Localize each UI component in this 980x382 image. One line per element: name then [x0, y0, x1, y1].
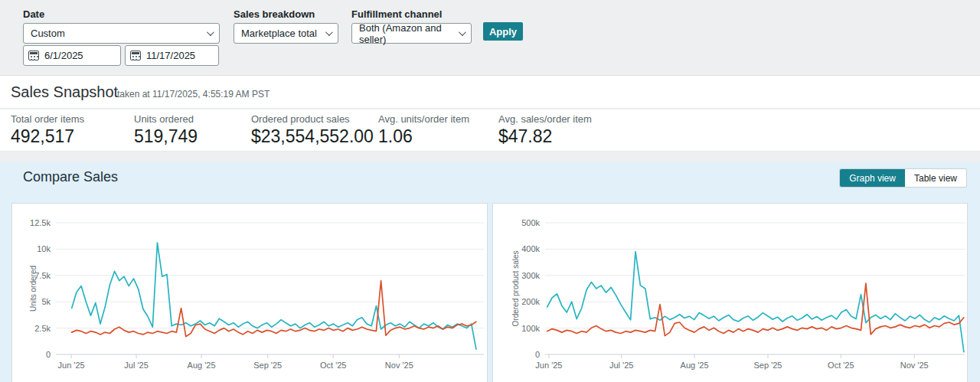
y-tick-label: 0	[46, 350, 51, 359]
y-tick-label: 400k	[521, 244, 540, 253]
y-axis-title: Ordered product sales	[511, 251, 520, 327]
x-tick-label: Oct '25	[828, 361, 854, 370]
end-date-input[interactable]	[146, 50, 211, 61]
metric-label: Avg. sales/order item	[498, 113, 592, 125]
y-tick-label: 2.5k	[34, 324, 51, 333]
x-tick-label: Aug '25	[188, 361, 216, 370]
metric-total-order-items: Total order items 492,517	[11, 113, 84, 147]
x-tick-label: Jul '25	[124, 361, 148, 370]
x-tick-label: Jul '25	[609, 361, 633, 370]
table-view-button[interactable]: Table view	[905, 169, 966, 187]
date-range-select[interactable]: Custom	[23, 23, 220, 44]
y-tick-label: 10k	[37, 244, 51, 253]
y-tick-label: 100k	[521, 324, 540, 333]
chevron-down-icon	[325, 28, 333, 36]
sales-snapshot-title: Sales Snapshot	[11, 83, 118, 101]
calendar-icon	[130, 51, 141, 60]
metric-value: 492,517	[11, 126, 84, 147]
units-ordered-chart-card: 02.5k5k7.5k10k12.5kJun '25Jul '25Aug '25…	[11, 203, 488, 382]
sales-breakdown-label: Sales breakdown	[234, 8, 315, 20]
metric-value: 1.06	[378, 126, 469, 147]
metric-label: Avg. units/order item	[378, 113, 469, 125]
end-date-field[interactable]	[125, 45, 219, 66]
snapshot-metrics-row: Total order items 492,517 Units ordered …	[0, 109, 980, 152]
metric-value: $23,554,552.00	[251, 126, 374, 147]
y-tick-label: 200k	[521, 297, 540, 306]
y-axis-title: Units ordered	[29, 266, 38, 312]
metric-units-ordered: Units ordered 519,749	[134, 113, 198, 147]
chevron-down-icon	[459, 28, 466, 36]
metric-label: Total order items	[11, 113, 84, 125]
view-toggle: Graph view Table view	[840, 169, 966, 187]
metric-value: $47.82	[498, 126, 592, 147]
metric-label: Ordered product sales	[251, 113, 374, 125]
compare-sales-section: Compare Sales Graph view Table view 02.5…	[0, 162, 980, 382]
snapshot-timestamp: taken at 11/17/2025, 4:55:19 AM PST	[117, 89, 270, 100]
start-date-field[interactable]	[23, 45, 121, 66]
ordered-product-sales-chart-card: 0100k200k300k400k500kJun '25Jul '25Aug '…	[492, 203, 968, 382]
fulfillment-channel-select[interactable]: Both (Amazon and seller)	[351, 23, 472, 44]
y-tick-label: 500k	[521, 218, 540, 227]
units-ordered-chart[interactable]: 02.5k5k7.5k10k12.5kJun '25Jul '25Aug '25…	[12, 204, 487, 382]
ordered-product-sales-chart[interactable]: 0100k200k300k400k500kJun '25Jul '25Aug '…	[493, 204, 967, 382]
fulfillment-channel-value: Both (Amazon and seller)	[359, 22, 452, 45]
sales-breakdown-select[interactable]: Marketplace total	[234, 23, 338, 44]
x-tick-label: Oct '25	[320, 361, 347, 370]
apply-button[interactable]: Apply	[483, 22, 523, 41]
y-tick-label: 300k	[521, 271, 540, 280]
filter-bar: Date Custom Sales breakdown Marketplace …	[0, 0, 980, 75]
graph-view-button[interactable]: Graph view	[840, 169, 905, 187]
x-tick-label: Nov '25	[385, 361, 413, 370]
metric-avg-units-order-item: Avg. units/order item 1.06	[378, 113, 469, 147]
y-tick-label: 0	[535, 350, 540, 359]
x-tick-label: Sep '25	[754, 361, 782, 370]
date-label: Date	[23, 8, 44, 20]
fulfillment-channel-label: Fulfillment channel	[351, 8, 442, 20]
chevron-down-icon	[207, 28, 214, 36]
x-tick-label: Nov '25	[900, 361, 929, 370]
metric-value: 519,749	[134, 126, 198, 147]
metric-ordered-product-sales: Ordered product sales $23,554,552.00	[251, 113, 374, 147]
sales-breakdown-value: Marketplace total	[241, 28, 317, 39]
date-range-value: Custom	[31, 28, 65, 39]
y-tick-label: 12.5k	[30, 218, 51, 227]
calendar-icon	[28, 51, 39, 60]
sales-snapshot-header: Sales Snapshot taken at 11/17/2025, 4:55…	[0, 75, 980, 109]
chart-line-teal-line	[72, 243, 476, 349]
start-date-input[interactable]	[44, 50, 109, 61]
compare-sales-title: Compare Sales	[23, 169, 118, 185]
metric-label: Units ordered	[134, 113, 198, 125]
x-tick-label: Jun '25	[58, 361, 85, 370]
x-tick-label: Aug '25	[681, 361, 709, 370]
x-tick-label: Jun '25	[535, 361, 562, 370]
metric-avg-sales-order-item: Avg. sales/order item $47.82	[498, 113, 592, 147]
x-tick-label: Sep '25	[253, 361, 282, 370]
y-tick-label: 5k	[41, 297, 51, 306]
